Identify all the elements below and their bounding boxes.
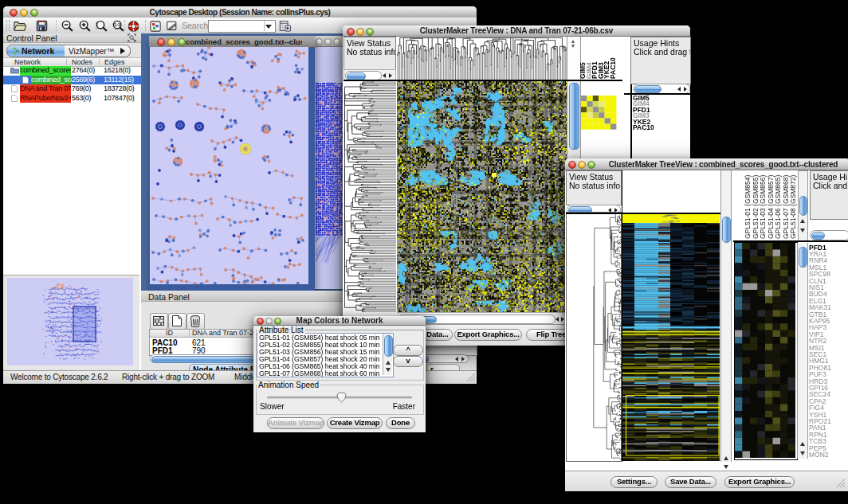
svg-text:GPL51-08 (GSM872): GPL51-08 (GSM872)	[789, 175, 797, 239]
svg-text:GPL51-04 (GSM857): GPL51-04 (GSM857)	[767, 175, 775, 239]
svg-text:GPL51-06 (GSM865): GPL51-06 (GSM865)	[774, 175, 782, 239]
svg-text:GPL51-02 (GSM855): GPL51-02 (GSM855)	[752, 175, 760, 239]
svg-text:1:1: 1:1	[114, 22, 120, 27]
svg-text:PAC10: PAC10	[609, 57, 617, 79]
svg-text:GPL51-03 (GSM856): GPL51-03 (GSM856)	[759, 175, 767, 239]
svg-text:GPL51-07 (GSM868): GPL51-07 (GSM868)	[782, 175, 790, 239]
svg-text:GPL51-01 (GSM854): GPL51-01 (GSM854)	[744, 175, 752, 239]
